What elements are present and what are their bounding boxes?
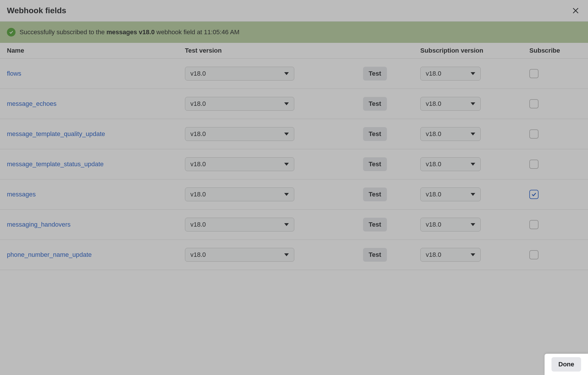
caret-down-icon <box>284 223 289 226</box>
caret-down-icon <box>284 133 289 135</box>
subscription-version-select[interactable]: v18.0 <box>420 157 481 171</box>
select-value: v18.0 <box>190 251 206 259</box>
subscription-version-select[interactable]: v18.0 <box>420 97 481 111</box>
test-button[interactable]: Test <box>363 218 387 231</box>
select-value: v18.0 <box>190 70 206 77</box>
test-button[interactable]: Test <box>363 157 387 171</box>
subscription-version-select[interactable]: v18.0 <box>420 188 481 201</box>
select-value: v18.0 <box>426 221 441 228</box>
select-value: v18.0 <box>190 160 206 168</box>
field-name-link[interactable]: message_template_status_update <box>7 160 104 168</box>
column-header-name: Name <box>7 47 185 54</box>
select-value: v18.0 <box>426 251 441 259</box>
select-value: v18.0 <box>426 191 441 198</box>
test-button[interactable]: Test <box>363 97 387 111</box>
table-row: flowsv18.0Testv18.0 <box>0 59 588 89</box>
test-button[interactable]: Test <box>363 188 387 201</box>
subscribe-checkbox[interactable] <box>529 220 539 229</box>
webhook-fields-modal: Webhook fields Successfully subscribed t… <box>0 0 588 375</box>
caret-down-icon <box>471 193 475 196</box>
select-value: v18.0 <box>426 70 441 77</box>
caret-down-icon <box>471 253 475 256</box>
table-row: message_echoesv18.0Testv18.0 <box>0 89 588 119</box>
modal-header: Webhook fields <box>0 0 588 22</box>
modal-title: Webhook fields <box>7 6 66 15</box>
field-name-link[interactable]: message_template_quality_update <box>7 130 105 137</box>
field-name-link[interactable]: message_echoes <box>7 100 56 107</box>
close-icon <box>572 7 579 14</box>
test-button[interactable]: Test <box>363 248 387 262</box>
table-row: message_template_status_updatev18.0Testv… <box>0 149 588 179</box>
table-row: messaging_handoversv18.0Testv18.0 <box>0 210 588 240</box>
table-row: message_template_quality_updatev18.0Test… <box>0 119 588 149</box>
toast-suffix: webhook field at 11:05:46 AM <box>155 28 240 36</box>
test-version-select[interactable]: v18.0 <box>185 67 294 81</box>
column-header-subscribe: Subscribe <box>529 47 581 54</box>
subscribe-checkbox[interactable] <box>529 190 539 199</box>
caret-down-icon <box>284 253 289 256</box>
modal-footer: Done <box>545 354 588 375</box>
select-value: v18.0 <box>190 130 206 138</box>
field-name-link[interactable]: messages <box>7 191 36 198</box>
subscription-version-select[interactable]: v18.0 <box>420 218 481 231</box>
close-button[interactable] <box>570 5 581 16</box>
caret-down-icon <box>284 163 289 166</box>
caret-down-icon <box>284 102 289 105</box>
test-version-select[interactable]: v18.0 <box>185 218 294 231</box>
caret-down-icon <box>284 193 289 196</box>
done-button[interactable]: Done <box>551 357 581 372</box>
column-header-subscription-version: Subscription version <box>420 47 529 54</box>
subscribe-checkbox[interactable] <box>529 250 539 259</box>
webhook-fields-table: Name Test version Subscription version S… <box>0 43 588 375</box>
select-value: v18.0 <box>426 100 441 108</box>
table-header-row: Name Test version Subscription version S… <box>0 43 588 59</box>
subscription-version-select[interactable]: v18.0 <box>420 248 481 262</box>
toast-bold: messages v18.0 <box>106 28 155 36</box>
test-version-select[interactable]: v18.0 <box>185 188 294 201</box>
select-value: v18.0 <box>190 100 206 108</box>
test-version-select[interactable]: v18.0 <box>185 157 294 171</box>
subscribe-checkbox[interactable] <box>529 99 539 108</box>
subscribe-checkbox[interactable] <box>529 69 539 78</box>
field-name-link[interactable]: messaging_handovers <box>7 221 70 228</box>
test-version-select[interactable]: v18.0 <box>185 97 294 111</box>
caret-down-icon <box>471 163 475 166</box>
select-value: v18.0 <box>426 160 441 168</box>
toast-message: Successfully subscribed to the messages … <box>20 28 239 36</box>
column-header-test-version: Test version <box>185 47 363 54</box>
table-row: messagesv18.0Testv18.0 <box>0 179 588 210</box>
subscription-version-select[interactable]: v18.0 <box>420 67 481 81</box>
caret-down-icon <box>284 72 289 75</box>
check-circle-icon <box>7 28 16 37</box>
caret-down-icon <box>471 133 475 135</box>
test-button[interactable]: Test <box>363 127 387 141</box>
table-row: phone_number_name_updatev18.0Testv18.0 <box>0 240 588 270</box>
toast-prefix: Successfully subscribed to the <box>20 28 106 36</box>
subscribe-checkbox[interactable] <box>529 160 539 169</box>
check-icon <box>531 191 537 198</box>
field-name-link[interactable]: phone_number_name_update <box>7 251 92 258</box>
success-toast: Successfully subscribed to the messages … <box>0 22 588 43</box>
caret-down-icon <box>471 102 475 105</box>
select-value: v18.0 <box>190 221 206 228</box>
select-value: v18.0 <box>426 130 441 138</box>
caret-down-icon <box>471 223 475 226</box>
test-button[interactable]: Test <box>363 67 387 81</box>
caret-down-icon <box>471 72 475 75</box>
subscribe-checkbox[interactable] <box>529 129 539 139</box>
test-version-select[interactable]: v18.0 <box>185 127 294 141</box>
subscription-version-select[interactable]: v18.0 <box>420 127 481 141</box>
field-name-link[interactable]: flows <box>7 70 21 77</box>
test-version-select[interactable]: v18.0 <box>185 248 294 262</box>
select-value: v18.0 <box>190 191 206 198</box>
